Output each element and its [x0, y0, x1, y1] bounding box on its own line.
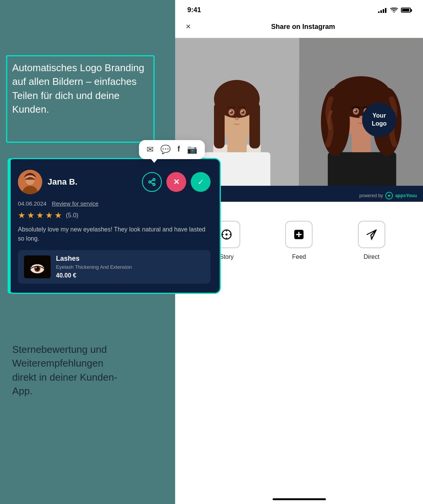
feed-option[interactable]: Feed [285, 221, 313, 260]
svg-line-15 [35, 261, 35, 264]
review-date-line: 04.06.2024 Review for service [18, 200, 211, 207]
star-2: ★ [27, 211, 35, 220]
svg-point-43 [321, 88, 350, 156]
service-price: 40.00 € [56, 272, 132, 279]
service-name: Lashes [56, 255, 132, 263]
signal-bar-4 [385, 8, 386, 13]
status-icons [378, 8, 411, 13]
status-bar: 9:41 [175, 0, 423, 17]
signal-bar-3 [383, 9, 384, 13]
svg-point-12 [36, 267, 37, 268]
svg-point-3 [153, 179, 155, 181]
rating-value: (5.0) [66, 212, 78, 219]
service-card: Lashes Eyelash Thickening And Extension … [18, 250, 211, 284]
battery-icon [401, 8, 411, 13]
svg-line-7 [151, 180, 153, 182]
review-service-link[interactable]: Review for service [52, 200, 99, 207]
star-3: ★ [36, 211, 44, 220]
brand-name: appsYouu [395, 193, 417, 198]
feed-icon [285, 221, 313, 248]
direct-icon [358, 221, 385, 248]
direct-label: Direct [364, 254, 380, 260]
story-label: Story [219, 254, 233, 260]
dismiss-button[interactable]: ✕ [166, 172, 186, 192]
review-date: 04.06.2024 [18, 200, 46, 207]
service-description: Eyelash Thickening And Extension [56, 264, 132, 270]
logo-overlay: YourLogo [362, 103, 396, 137]
svg-line-52 [353, 106, 354, 108]
app-header: × Share on Instagram [175, 17, 423, 38]
star-5: ★ [54, 211, 62, 220]
whatsapp-share-icon[interactable]: 💬 [160, 145, 171, 155]
review-text: Absolutely love my new eyelashes! They l… [18, 225, 211, 243]
header-title: Share on Instagram [192, 23, 414, 31]
instagram-share-icon[interactable]: 📷 [187, 145, 197, 155]
svg-line-17 [40, 261, 40, 264]
home-indicator [273, 498, 326, 500]
logo-branding-text: Automatisches Logo Branding auf allen Bi… [12, 61, 149, 116]
appyouu-logo-icon [385, 192, 393, 199]
svg-point-34 [230, 111, 231, 112]
star-1: ★ [18, 211, 26, 220]
feed-label: Feed [292, 254, 306, 260]
svg-point-64 [226, 234, 227, 235]
svg-line-6 [151, 182, 153, 184]
star-rating-text: Sternebewertung und Weiterempfehlungen d… [12, 343, 130, 398]
status-time: 9:41 [187, 6, 201, 14]
close-button[interactable]: × [184, 20, 192, 33]
reviewer-name: Jana B. [48, 177, 77, 187]
facebook-share-icon[interactable]: f [177, 145, 180, 155]
service-info: Lashes Eyelash Thickening And Extension … [56, 255, 132, 279]
email-share-icon[interactable]: ✉ [147, 145, 153, 155]
after-image [299, 38, 423, 202]
svg-line-57 [364, 106, 364, 108]
review-card: Jana B. ✕ ✓ 04.06.2024 Review for servic… [8, 158, 221, 294]
svg-point-49 [354, 110, 356, 111]
svg-point-5 [153, 183, 155, 186]
svg-point-4 [149, 181, 151, 183]
svg-line-54 [358, 106, 358, 108]
svg-rect-28 [249, 103, 260, 148]
signal-bar-2 [380, 10, 382, 13]
svg-point-35 [242, 111, 243, 112]
signal-bars-icon [378, 8, 386, 13]
direct-option[interactable]: Direct [358, 221, 385, 260]
svg-rect-29 [219, 97, 255, 105]
signal-bar-1 [378, 11, 380, 13]
share-button[interactable] [142, 172, 162, 192]
svg-rect-27 [214, 103, 225, 148]
share-bubble: ✉ 💬 f 📷 [139, 140, 205, 159]
wifi-icon [390, 8, 398, 13]
avatar [18, 170, 42, 194]
star-4: ★ [45, 211, 53, 220]
powered-by-text: powered by [359, 193, 383, 198]
approve-button[interactable]: ✓ [191, 172, 211, 192]
stars-row: ★ ★ ★ ★ ★ (5.0) [18, 211, 211, 220]
svg-point-36 [235, 117, 239, 120]
logo-text: YourLogo [372, 112, 386, 128]
action-buttons: ✕ ✓ [142, 172, 211, 192]
powered-by-bar: powered by appsYouu [353, 190, 423, 202]
review-header: Jana B. ✕ ✓ [18, 170, 211, 194]
service-image [24, 255, 51, 278]
